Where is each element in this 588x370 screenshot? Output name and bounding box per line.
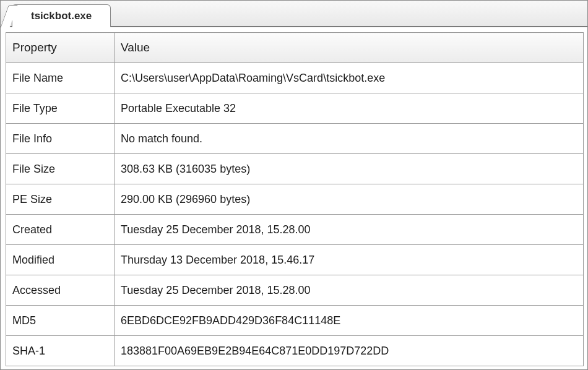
property-cell: File Type [6,93,115,124]
table-row[interactable]: SHA-1183881F00A69EB9E2B94E64C871E0DD197D… [6,336,584,366]
property-cell: File Name [6,63,115,93]
table-row[interactable]: AccessedTuesday 25 December 2018, 15.28.… [6,275,584,306]
table-row[interactable]: File NameC:\Users\user\AppData\Roaming\V… [6,63,584,93]
property-cell: MD5 [6,306,115,336]
value-cell: C:\Users\user\AppData\Roaming\VsCard\tsi… [115,63,584,93]
property-cell: Created [6,215,115,245]
tab-file[interactable]: tsickbot.exe [12,4,111,27]
table-row[interactable]: MD56EBD6DCE92FB9ADD429D36F84C11148E [6,306,584,336]
properties-table: Property Value File NameC:\Users\user\Ap… [6,32,584,366]
table-row[interactable]: PE Size290.00 KB (296960 bytes) [6,184,584,215]
value-cell: 308.63 KB (316035 bytes) [115,154,584,184]
property-cell: SHA-1 [6,336,115,366]
table-row[interactable]: File TypePortable Executable 32 [6,93,584,124]
value-cell: Tuesday 25 December 2018, 15.28.00 [115,215,584,245]
property-cell: Modified [6,245,115,275]
property-cell: Accessed [6,275,115,306]
value-cell: Tuesday 25 December 2018, 15.28.00 [115,275,584,306]
window: tsickbot.exe Property Value File NameC:\… [0,0,588,370]
property-cell: PE Size [6,184,115,215]
property-cell: File Size [6,154,115,184]
properties-panel: Property Value File NameC:\Users\user\Ap… [1,27,587,369]
property-cell: File Info [6,124,115,154]
table-row[interactable]: File Size308.63 KB (316035 bytes) [6,154,584,184]
table-header-row: Property Value [6,33,584,63]
tab-label: tsickbot.exe [31,10,92,22]
table-row[interactable]: File InfoNo match found. [6,124,584,154]
table-row[interactable]: CreatedTuesday 25 December 2018, 15.28.0… [6,215,584,245]
table-row[interactable]: ModifiedThursday 13 December 2018, 15.46… [6,245,584,275]
value-cell: 6EBD6DCE92FB9ADD429D36F84C11148E [115,306,584,336]
tab-bar: tsickbot.exe [1,1,587,27]
value-cell: 183881F00A69EB9E2B94E64C871E0DD197D722DD [115,336,584,366]
value-cell: 290.00 KB (296960 bytes) [115,184,584,215]
value-cell: No match found. [115,124,584,154]
value-cell: Portable Executable 32 [115,93,584,124]
header-property[interactable]: Property [6,33,115,63]
value-cell: Thursday 13 December 2018, 15.46.17 [115,245,584,275]
header-value[interactable]: Value [115,33,584,63]
